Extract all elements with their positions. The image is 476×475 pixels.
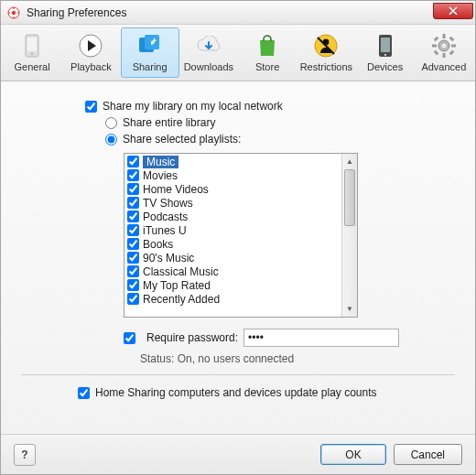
tab-label: Restrictions bbox=[300, 61, 352, 72]
playlist-item[interactable]: Books bbox=[125, 237, 341, 251]
restrictions-icon bbox=[313, 33, 339, 59]
playlist-checkbox[interactable] bbox=[127, 252, 139, 264]
playlist-item[interactable]: iTunes U bbox=[125, 223, 341, 237]
playlist-label: Home Videos bbox=[143, 183, 209, 196]
share-selected-radio[interactable] bbox=[105, 134, 117, 146]
tab-advanced[interactable]: Advanced bbox=[415, 27, 473, 78]
playlist-item[interactable]: Classical Music bbox=[125, 264, 341, 278]
tab-label: Devices bbox=[367, 61, 403, 72]
ok-button[interactable]: OK bbox=[320, 444, 385, 465]
download-cloud-icon bbox=[196, 33, 222, 59]
store-bag-icon bbox=[254, 33, 280, 59]
titlebar: Sharing Preferences bbox=[1, 1, 475, 25]
help-button[interactable]: ? bbox=[14, 444, 36, 466]
status-text: Status: On, no users connected bbox=[140, 352, 455, 365]
svg-point-22 bbox=[441, 44, 446, 49]
playlist-checkbox[interactable] bbox=[127, 293, 139, 305]
playlist-checkbox[interactable] bbox=[127, 156, 139, 167]
scroll-up-arrow[interactable]: ▲ bbox=[342, 154, 357, 169]
tab-label: Sharing bbox=[133, 61, 168, 72]
tab-downloads[interactable]: Downloads bbox=[179, 27, 238, 78]
svg-point-1 bbox=[12, 10, 16, 14]
window: Sharing Preferences General Playback Sha… bbox=[0, 0, 476, 475]
svg-rect-21 bbox=[449, 50, 455, 56]
toolbar: General Playback Sharing Downloads Store… bbox=[1, 25, 475, 81]
play-icon bbox=[78, 33, 103, 59]
tab-playback[interactable]: Playback bbox=[61, 27, 120, 78]
svg-rect-16 bbox=[432, 45, 437, 48]
playlist-label: Recently Added bbox=[143, 293, 220, 306]
device-generic-icon bbox=[19, 33, 45, 59]
tab-label: Downloads bbox=[184, 61, 233, 72]
playlist-item[interactable]: Home Videos bbox=[125, 182, 341, 196]
cancel-button[interactable]: Cancel bbox=[394, 444, 462, 465]
playlist-label: Classical Music bbox=[143, 265, 219, 278]
tab-label: Playback bbox=[70, 61, 112, 72]
playlist-item[interactable]: Music bbox=[125, 155, 341, 168]
svg-rect-17 bbox=[451, 45, 456, 48]
playlist-item[interactable]: TV Shows bbox=[125, 196, 341, 210]
svg-rect-18 bbox=[434, 37, 439, 42]
playlist-item[interactable]: Podcasts bbox=[125, 210, 341, 223]
svg-point-12 bbox=[384, 54, 385, 56]
playlist-label: TV Shows bbox=[143, 197, 193, 210]
footer: ? OK Cancel bbox=[1, 434, 475, 474]
app-icon bbox=[6, 5, 21, 20]
tab-label: Store bbox=[255, 61, 279, 72]
sharing-icon bbox=[137, 33, 163, 59]
share-library-label: Share my library on my local network bbox=[103, 100, 283, 113]
share-selected-label: Share selected playlists: bbox=[123, 133, 241, 146]
playlist-label: 90's Music bbox=[143, 252, 194, 264]
share-library-checkbox[interactable] bbox=[85, 101, 97, 113]
home-sharing-label: Home Sharing computers and devices updat… bbox=[95, 386, 377, 399]
playlist-label: Music bbox=[143, 156, 178, 168]
svg-rect-11 bbox=[381, 38, 390, 52]
svg-rect-15 bbox=[442, 53, 445, 58]
phone-icon bbox=[373, 33, 398, 59]
tab-restrictions[interactable]: Restrictions bbox=[297, 27, 355, 78]
password-field[interactable] bbox=[243, 329, 399, 347]
scroll-down-arrow[interactable]: ▼ bbox=[342, 301, 357, 317]
playlist-item[interactable]: 90's Music bbox=[125, 251, 341, 264]
playlist-label: My Top Rated bbox=[143, 279, 211, 292]
tab-devices[interactable]: Devices bbox=[356, 27, 415, 78]
require-password-checkbox[interactable] bbox=[124, 332, 135, 344]
svg-rect-14 bbox=[442, 34, 445, 38]
playlist-label: Books bbox=[143, 238, 173, 251]
playlist-item[interactable]: My Top Rated bbox=[125, 278, 341, 292]
share-entire-label: Share entire library bbox=[123, 116, 215, 129]
playlist-label: Movies bbox=[143, 169, 178, 182]
close-button[interactable] bbox=[433, 3, 473, 19]
svg-rect-3 bbox=[27, 38, 37, 51]
sharing-pane: Share my library on my local network Sha… bbox=[1, 81, 475, 434]
tab-label: Advanced bbox=[421, 61, 466, 72]
svg-rect-20 bbox=[434, 50, 439, 56]
window-title: Sharing Preferences bbox=[27, 6, 433, 19]
playlist-checkbox[interactable] bbox=[127, 169, 139, 181]
playlist-checkbox[interactable] bbox=[127, 211, 139, 222]
playlist-checkbox[interactable] bbox=[127, 224, 139, 236]
tab-label: General bbox=[15, 61, 50, 72]
playlist-label: Podcasts bbox=[143, 211, 188, 223]
tab-store[interactable]: Store bbox=[238, 27, 297, 78]
tab-sharing[interactable]: Sharing bbox=[121, 27, 179, 78]
playlist-checkbox[interactable] bbox=[127, 197, 139, 209]
playlist-listbox[interactable]: MusicMoviesHome VideosTV ShowsPodcastsiT… bbox=[124, 153, 358, 318]
scroll-thumb[interactable] bbox=[344, 169, 355, 226]
share-entire-radio[interactable] bbox=[105, 117, 117, 129]
divider bbox=[21, 374, 455, 375]
scrollbar[interactable]: ▲ ▼ bbox=[341, 154, 357, 317]
svg-rect-19 bbox=[449, 37, 455, 42]
playlist-checkbox[interactable] bbox=[127, 183, 139, 195]
playlist-checkbox[interactable] bbox=[127, 279, 139, 291]
playlist-checkbox[interactable] bbox=[127, 238, 139, 250]
home-sharing-checkbox[interactable] bbox=[78, 387, 90, 399]
playlist-item[interactable]: Recently Added bbox=[125, 292, 341, 306]
require-password-label: Require password: bbox=[146, 331, 238, 344]
tab-general[interactable]: General bbox=[3, 27, 61, 78]
gear-icon bbox=[431, 33, 457, 59]
playlist-checkbox[interactable] bbox=[127, 265, 139, 277]
playlist-item[interactable]: Movies bbox=[125, 168, 341, 182]
svg-point-4 bbox=[31, 53, 34, 56]
playlist-label: iTunes U bbox=[143, 224, 187, 237]
